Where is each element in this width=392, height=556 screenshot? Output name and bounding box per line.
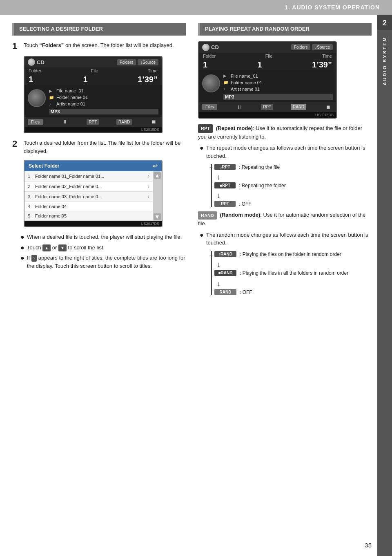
screen1-mockup: CD Folders ♪Source Folder File Time 1 1 …: [24, 56, 163, 133]
source-btn[interactable]: ♪Source: [138, 59, 158, 65]
cd-label: CD: [37, 59, 45, 65]
repeat-mode-section: RPT (Repeat mode): Use it to automatical…: [198, 124, 372, 207]
sf-row-1-name: Folder name 01_Folder name 01...: [35, 174, 148, 179]
screen2-mockup: Select Folder ↩ 1 Folder name 01_Folder …: [24, 160, 163, 227]
disc-icon: [28, 89, 46, 107]
folders-btn[interactable]: Folders: [117, 59, 136, 65]
files-btn[interactable]: Files: [28, 119, 43, 125]
random-flow: → ♪RAND : Playing the files on the folde…: [206, 251, 372, 296]
screen3-track1: File name_01: [231, 74, 258, 78]
screen3-stop-btn[interactable]: ⏹: [324, 103, 333, 111]
screen3-files-btn[interactable]: Files: [202, 104, 217, 110]
screen3-rand-btn[interactable]: RAND: [291, 104, 306, 110]
rand-flow-badge-2: ■RAND: [214, 270, 236, 276]
header-bar: 1. AUDIO SYSTEM OPERATION: [0, 0, 392, 15]
screen3-cd-logo: CD: [202, 44, 219, 51]
track1: File name_01: [56, 88, 84, 93]
screen3-track-row-2: 📁 Folder name 01: [223, 79, 333, 86]
screen3-time-val: 1’39”: [312, 60, 332, 70]
sf-row-1[interactable]: 1 Folder name 01_Folder name 01... ›: [24, 171, 153, 182]
bullet-1: ● When a desired file is touched, the pl…: [20, 233, 186, 241]
scroll-down-btn[interactable]: ▼: [154, 213, 161, 220]
sf-row-2-name: Folder name 02_Folder name 0...: [35, 184, 148, 189]
rpt-flow-label-1: : Repeating the file: [239, 164, 280, 170]
col-file: File: [91, 68, 98, 73]
repeat-intro: (Repeat mode): [216, 125, 253, 131]
bullet-2-text: Touch ▲ or ▼ to scroll the list.: [27, 244, 105, 252]
sf-row-1-num: 1: [28, 174, 35, 179]
random-flow-item-2: ■RAND : Playing the files in all the fol…: [206, 270, 372, 277]
screen1-bottom-bar: Files ⏸ RPT RAND ⏹: [24, 117, 162, 127]
up-btn[interactable]: ▲: [42, 244, 51, 251]
down-btn[interactable]: ▼: [58, 244, 67, 251]
cd-logo: CD: [28, 58, 45, 66]
screen3-pause-btn[interactable]: ⏸: [235, 103, 244, 111]
rpt-flow-label-2: : Repeating the folder: [239, 183, 286, 188]
step-2: 2 Touch a desired folder from the list. …: [12, 139, 186, 155]
screen1-track-info: ▶ File name_01 📁 Folder name 01 ♪ Artist…: [49, 87, 158, 114]
screen3-folders-btn[interactable]: Folders: [291, 44, 310, 50]
screen1-buttons: Folders ♪Source: [117, 59, 158, 65]
sf-row-5[interactable]: 5 Folder name 05: [24, 211, 153, 221]
mp3-label: MP3: [49, 109, 158, 114]
track-row-3: ♪ Artist name 01: [49, 101, 158, 107]
sf-row-5-name: Folder name 05: [35, 213, 149, 218]
sf-row-3-num: 3: [28, 194, 35, 199]
left-section-header: SELECTING A DESIRED FOLDER: [12, 23, 186, 36]
rpt-btn[interactable]: RPT: [87, 119, 99, 125]
bullet-list: ● When a desired file is touched, the pl…: [20, 233, 186, 270]
time-val: 1’39”: [138, 75, 158, 84]
rand-flow-label-1: : Playing the files on the folder in ran…: [240, 251, 341, 258]
repeat-flow: → ♪RPT : Repeating the file ↓ ■RPT : Rep…: [206, 164, 372, 207]
random-bullet: ● The random mode changes as follows eac…: [200, 231, 372, 247]
sf-rows-container: 1 Folder name 01_Folder name 01... › 2 F…: [24, 171, 162, 221]
stop-btn[interactable]: ⏹: [149, 118, 158, 126]
random-flow-item-3: RAND : OFF: [206, 289, 372, 295]
rand-flow-label-2: : Playing the files in all the folders i…: [240, 270, 348, 277]
repeat-mode-text: RPT (Repeat mode): Use it to automatical…: [198, 124, 372, 141]
rand-flow-label-3: : OFF: [240, 289, 252, 295]
screen3-bottom-bar: Files ⏸ RPT RAND ⏹: [199, 102, 336, 112]
scroll-title-btn[interactable]: ›: [31, 255, 37, 262]
repeat-flow-item-1: → ♪RPT : Repeating the file: [206, 164, 372, 170]
sf-row-4-num: 4: [28, 204, 35, 209]
screen3-track-row-1: ▶ File name_01: [223, 73, 333, 79]
repeat-bullet: ● The repeat mode changes as follows eac…: [200, 144, 372, 160]
bullet-dot-1: ●: [20, 233, 24, 241]
folder-val: 1: [29, 75, 33, 84]
screen1-info-bar: Folder File Time: [24, 67, 162, 74]
screen3-mp3-label: MP3: [223, 94, 333, 100]
screen1-body: ▶ File name_01 📁 Folder name 01 ♪ Artist…: [24, 85, 162, 117]
right-column: PLAYING REPEAT AND RANDOM ORDER CD Folde…: [198, 23, 372, 299]
sf-row-4-name: Folder name 04: [35, 204, 149, 209]
page-number: 35: [365, 542, 372, 549]
rand-btn[interactable]: RAND: [116, 119, 132, 125]
sf-row-2[interactable]: 2 Folder name 02_Folder name 0... ›: [24, 182, 153, 192]
screen3-body: ▶ File name_01 📁 Folder name 01 ♪ Artist…: [199, 70, 336, 102]
sf-back-btn[interactable]: ↩: [153, 163, 158, 169]
sf-scroll: ▲ ▼: [153, 171, 162, 221]
rpt-flow-label-3: : OFF: [239, 201, 252, 207]
screen3-cd-label: CD: [211, 44, 219, 50]
screen3-disc-icon: [202, 74, 220, 92]
random-flow-item-1: → ♪RAND : Playing the files on the folde…: [206, 251, 372, 258]
rand-flow-badge-3: RAND: [214, 289, 236, 295]
screen3-cd-circle-icon: [202, 44, 209, 51]
bullet-3-text: If › appears to the right of titles, the…: [27, 254, 186, 270]
scroll-up-btn[interactable]: ▲: [154, 172, 161, 179]
rpt-flow-badge-1: ♪RPT: [214, 164, 236, 170]
screen1-vals: 1 1 1’39”: [24, 74, 162, 85]
sf-row-2-arrow: ›: [148, 184, 149, 189]
random-bullet-dot: ●: [200, 231, 204, 239]
sf-row-3[interactable]: 3 Folder name 03_Folder name 0... ›: [24, 192, 153, 202]
sf-rows-list: 1 Folder name 01_Folder name 01... › 2 F…: [24, 171, 153, 221]
repeat-bullet-text: The repeat mode changes as follows each …: [206, 144, 372, 160]
screen3-file-val: 1: [258, 60, 262, 70]
track-row-2: 📁 Folder name 01: [49, 94, 158, 101]
repeat-flow-item-3: RPT : OFF: [206, 201, 372, 207]
screen3-source-btn[interactable]: ♪Source: [312, 44, 333, 50]
pause-btn[interactable]: ⏸: [60, 118, 69, 126]
sf-row-4[interactable]: 4 Folder name 04: [24, 202, 153, 211]
repeat-down-1: ↓: [206, 173, 372, 181]
screen3-rpt-btn[interactable]: RPT: [261, 104, 273, 110]
